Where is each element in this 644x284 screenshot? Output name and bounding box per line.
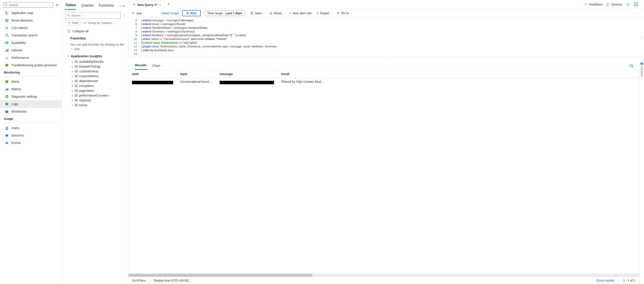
toolbar-more[interactable]: ···: [635, 12, 639, 15]
schema-table[interactable]: ▸pageViews: [62, 88, 128, 93]
time-range-value: Last 7 days: [226, 12, 242, 15]
sidebar-item[interactable]: Troubleshooting guides (preview): [0, 62, 62, 69]
svg-rect-12: [8, 49, 8, 52]
editor-collapse-icon[interactable]: ⌃: [640, 37, 642, 40]
schema-table-name: browserTimings: [79, 65, 100, 68]
code-area[interactable]: | extend message = tostring(cd.Message)|…: [139, 18, 644, 57]
query-editor[interactable]: 567891011121314 | extend message = tostr…: [128, 18, 644, 57]
sidebar-item[interactable]: Logs: [0, 100, 62, 108]
pin-button[interactable]: Pin to⌄: [337, 12, 352, 15]
tab-tables[interactable]: Tables: [65, 2, 76, 10]
col-message[interactable]: message: [216, 70, 278, 78]
caret-right-icon: ▸: [71, 94, 74, 97]
query-details-link[interactable]: Query details: [596, 279, 614, 282]
query-tab[interactable]: New Query 1* ✕: [129, 1, 165, 9]
filter-button[interactable]: Filter: [65, 21, 81, 26]
schema-table[interactable]: ▸availabilityResults: [62, 59, 128, 64]
sidebar-item[interactable]: Users: [0, 124, 62, 132]
settings-icon[interactable]: [626, 3, 630, 6]
sidebar-item[interactable]: Workbooks: [0, 108, 62, 115]
save-label: Save: [255, 12, 262, 15]
sidebar-item[interactable]: Application map: [0, 9, 62, 17]
schema-group[interactable]: ▾ Application Insights: [62, 53, 128, 59]
schema-more[interactable]: ··· ≪: [119, 4, 125, 8]
sidebar-item[interactable]: Transaction search: [0, 32, 62, 39]
main-area: New Query 1* ✕ + Feedback Queries ⌄: [128, 0, 644, 284]
sidebar-item[interactable]: Availability: [0, 39, 62, 47]
display-time-dropdown[interactable]: Display time (UTC+00:00) ⌄: [154, 279, 191, 282]
schema-table[interactable]: ▸exceptions: [62, 83, 128, 88]
schema-table[interactable]: ▸requests: [62, 98, 128, 103]
sidebar-search[interactable]: [3, 2, 53, 8]
horizontal-scrollbar[interactable]: [128, 274, 639, 277]
search-icon: [67, 14, 70, 17]
table-icon: [75, 75, 78, 78]
table-icon: [75, 99, 78, 102]
splitter-handle[interactable]: · · ·: [128, 57, 644, 60]
tab-queries[interactable]: Queries: [81, 2, 94, 10]
schema-table[interactable]: ▸dependencies: [62, 79, 128, 83]
time-range-picker[interactable]: Time range : Last 7 days: [204, 10, 246, 16]
schema-table[interactable]: ▸traces: [62, 103, 128, 108]
queries-label: Queries: [611, 3, 622, 6]
select-scope-button[interactable]: Select scope: [162, 12, 179, 15]
sidebar-item[interactable]: Smart detection: [0, 17, 62, 24]
new-alert-button[interactable]: + New alert rule: [289, 11, 312, 15]
export-button[interactable]: Export⌄: [316, 12, 332, 15]
tab-functions[interactable]: Functions: [99, 2, 114, 10]
sidebar-item[interactable]: Metrics: [0, 85, 62, 93]
sidebar-item[interactable]: Failures: [0, 47, 62, 54]
svg-rect-35: [75, 60, 78, 63]
collapse-all-button[interactable]: Collapse all: [62, 28, 128, 35]
feedback-label: Feedback: [589, 3, 602, 6]
schema-table[interactable]: ▸performanceCounters: [62, 93, 128, 98]
sidebar-item[interactable]: Performance: [0, 54, 62, 62]
caret-right-icon: ▸: [71, 70, 74, 73]
add-tab-button[interactable]: +: [165, 2, 172, 7]
sidebar-item[interactable]: Events: [0, 139, 62, 147]
svg-rect-29: [6, 135, 6, 136]
panel-icon[interactable]: ⌄: [634, 3, 641, 6]
table-row[interactable]: Conversational boosting Filtered by High…: [128, 78, 639, 86]
col-topic[interactable]: topic: [177, 70, 216, 78]
nav-group-title: Monitoring: [0, 69, 62, 76]
results-header: onId topic message result: [128, 70, 639, 78]
schema-search-input[interactable]: [72, 14, 118, 17]
share-button[interactable]: Share⌄: [269, 12, 285, 15]
queries-button[interactable]: Queries: [606, 3, 622, 6]
svg-rect-55: [75, 80, 78, 82]
collapse-sidebar-icon[interactable]: ≪: [56, 3, 59, 7]
col-onid[interactable]: onId: [128, 70, 177, 78]
nav-icon: [5, 26, 9, 30]
sidebar-item-label: Sessions: [12, 134, 24, 137]
results-search-icon[interactable]: [630, 64, 635, 68]
nav-group-title: Usage: [0, 115, 62, 122]
svg-line-1: [7, 6, 8, 6]
feedback-button[interactable]: Feedback: [584, 3, 602, 6]
pin-label: Pin to: [341, 12, 349, 15]
col-result[interactable]: result: [278, 70, 639, 78]
close-tab-icon[interactable]: ✕: [159, 3, 162, 7]
schema-search[interactable]: [65, 12, 120, 19]
columns-rail[interactable]: Columns: [639, 60, 644, 284]
table-icon: [75, 60, 78, 63]
schema-table[interactable]: ▸browserTimings: [62, 64, 128, 69]
results-tab[interactable]: Results: [134, 62, 147, 70]
nav-icon: [5, 95, 9, 99]
sidebar-item[interactable]: Sessions: [0, 132, 62, 139]
sidebar-search-input[interactable]: [9, 3, 52, 7]
chart-tab[interactable]: Chart: [152, 62, 161, 70]
group-by-dropdown[interactable]: Group by: Solution ⌄: [84, 21, 115, 25]
schema-table[interactable]: ▸customEvents: [62, 69, 128, 74]
schema-table[interactable]: ▸customMetrics: [62, 74, 128, 79]
sidebar-item[interactable]: !Alerts: [0, 78, 62, 85]
sidebar-item[interactable]: Live metrics: [0, 24, 62, 32]
sidebar-item-label: Application map: [12, 11, 33, 15]
sidebar-item[interactable]: Diagnostic settings: [0, 93, 62, 100]
svg-rect-70: [75, 94, 78, 97]
favorites-desc: You can add favorites by clicking on the…: [62, 42, 128, 53]
schema-search-more[interactable]: ⋮: [122, 14, 125, 17]
run-button[interactable]: Run: [182, 10, 201, 16]
lightbulb-icon: [132, 3, 136, 6]
save-button[interactable]: Save⌄: [250, 12, 265, 15]
